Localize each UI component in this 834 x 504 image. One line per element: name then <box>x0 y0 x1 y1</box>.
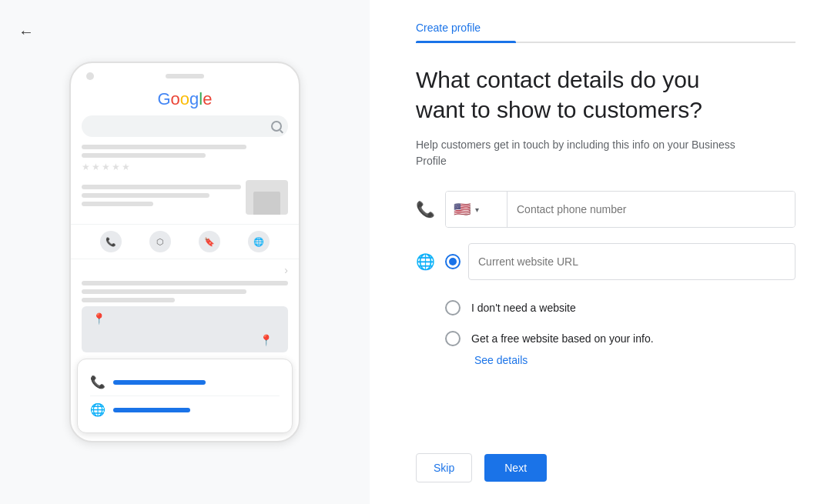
us-flag: 🇺🇸 <box>454 201 471 218</box>
left-panel: ← Google ★ ★ ★ ★ ★ <box>0 0 370 504</box>
mock-stars-row: ★ ★ ★ ★ ★ <box>71 162 299 172</box>
phone-field-icon: 📞 <box>416 200 434 219</box>
free-website-option[interactable]: Get a free website based on your info. <box>445 323 795 354</box>
google-logo-row: Google <box>71 86 299 115</box>
map-pin-2: 📍 <box>260 334 273 346</box>
right-panel: Create profile What contact details do y… <box>370 0 834 504</box>
no-website-label: I don't need a website <box>471 302 576 314</box>
mock-nav-icon: ⬡ <box>149 231 171 252</box>
free-website-label: Get a free website based on your info. <box>471 332 654 345</box>
phone-mockup: Google ★ ★ ★ ★ ★ <box>69 62 300 442</box>
back-button[interactable]: ← <box>18 23 34 41</box>
url-radio-button[interactable] <box>445 254 461 269</box>
tab-bar: Create profile <box>416 22 795 43</box>
phone-camera <box>86 72 94 80</box>
mock-building <box>246 180 288 215</box>
card-phone-icon: 📞 <box>90 375 106 389</box>
card-globe-icon: 🌐 <box>90 402 106 417</box>
google-logo: Google <box>157 89 212 109</box>
mock-icon-row: 📞 ⬡ 🔖 🌐 <box>71 224 299 259</box>
see-details-link[interactable]: See details <box>474 354 795 366</box>
mock-search-icon <box>271 121 282 132</box>
tab-create-profile[interactable]: Create profile <box>416 22 481 42</box>
phone-number-input[interactable] <box>507 192 795 227</box>
card-globe-line <box>113 408 190 412</box>
mock-bookmark-icon: 🔖 <box>199 231 220 252</box>
dropdown-arrow-icon: ▾ <box>475 205 479 214</box>
phone-input-group[interactable]: 🇺🇸 ▾ <box>445 191 795 228</box>
mock-lines-2 <box>71 281 299 302</box>
globe-field-icon: 🌐 <box>416 252 434 271</box>
form-title: What contact details do you want to show… <box>416 65 755 125</box>
mock-chevron: › <box>71 264 299 276</box>
phone-card-globe-row: 🌐 <box>90 396 280 423</box>
mock-content-lines <box>71 145 299 158</box>
button-row: Skip Next <box>416 435 795 482</box>
free-website-radio[interactable] <box>445 331 461 346</box>
url-radio-group <box>445 243 795 280</box>
card-phone-line <box>113 380 206 385</box>
form-subtitle: Help customers get in touch by including… <box>416 137 747 169</box>
country-selector[interactable]: 🇺🇸 ▾ <box>446 192 507 227</box>
no-website-option[interactable]: I don't need a website <box>445 292 795 323</box>
no-website-radio[interactable] <box>445 300 461 315</box>
mock-globe-icon: 🌐 <box>248 231 270 252</box>
mock-image-row <box>71 175 299 219</box>
phone-speaker <box>166 74 204 78</box>
website-url-input[interactable] <box>468 243 795 280</box>
phone-bottom-card: 📞 🌐 <box>77 359 293 433</box>
phone-field-row: 📞 🇺🇸 ▾ <box>416 191 795 228</box>
map-pin-1: 📍 <box>92 312 106 325</box>
skip-button[interactable]: Skip <box>416 453 472 482</box>
tab-underline <box>416 41 516 43</box>
phone-card-phone-row: 📞 <box>90 369 280 396</box>
mock-map: 📍 📍 <box>82 306 288 352</box>
url-field-row: 🌐 <box>416 243 795 280</box>
mock-search-bar <box>82 115 288 137</box>
mock-phone-icon: 📞 <box>100 231 122 252</box>
phone-top <box>71 63 299 86</box>
next-button[interactable]: Next <box>484 454 547 482</box>
